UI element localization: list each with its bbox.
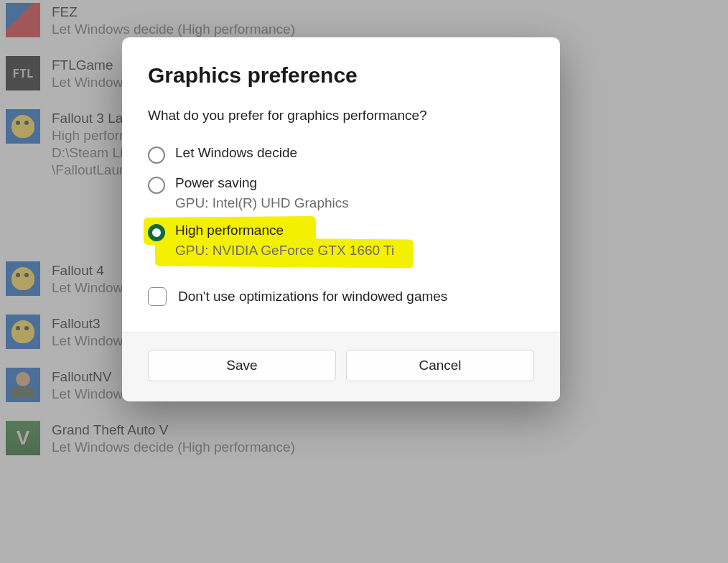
app-icon-fallout4 [6, 261, 40, 296]
app-icon-falloutnv [6, 368, 40, 402]
radio-high-performance[interactable]: High performance GPU: NVIDIA GeForce GTX… [148, 217, 531, 264]
cancel-button[interactable]: Cancel [346, 350, 534, 381]
graphics-preference-dialog: Graphics preference What do you prefer f… [122, 37, 560, 401]
radio-group: Let Windows decide Power saving GPU: Int… [148, 139, 531, 264]
app-name: FEZ [52, 4, 295, 20]
app-sub: Let Windows decide (High performance) [52, 439, 295, 455]
app-name: Grand Theft Auto V [52, 422, 295, 438]
app-icon-gta: V [6, 421, 40, 455]
radio-let-windows-decide[interactable]: Let Windows decide [148, 139, 531, 169]
checkbox-label: Don't use optimizations for windowed gam… [178, 289, 447, 304]
radio-label: Power saving [175, 175, 349, 191]
app-icon-fez [6, 3, 40, 37]
radio-icon [148, 146, 165, 164]
radio-power-saving[interactable]: Power saving GPU: Intel(R) UHD Graphics [148, 169, 531, 217]
radio-label: Let Windows decide [175, 145, 297, 161]
radio-icon-selected [148, 224, 165, 241]
app-icon-fallout3l [6, 109, 40, 144]
app-sub: Let Windows decide (High performance) [52, 22, 295, 37]
checkbox-icon [148, 287, 167, 306]
dialog-title: Graphics preference [148, 63, 531, 88]
radio-sublabel: GPU: Intel(R) UHD Graphics [175, 195, 349, 211]
app-icon-ftl: FTL [6, 56, 40, 90]
app-item-fez[interactable]: FEZ Let Windows decide (High performance… [0, 0, 728, 40]
radio-icon [148, 177, 165, 194]
radio-sublabel: GPU: NVIDIA GeForce GTX 1660 Ti [175, 243, 394, 259]
dialog-footer: Save Cancel [122, 332, 560, 401]
app-item-gta[interactable]: V Grand Theft Auto V Let Windows decide … [0, 418, 728, 458]
app-icon-fallout3 [6, 315, 40, 349]
checkbox-windowed-optimizations[interactable]: Don't use optimizations for windowed gam… [148, 287, 531, 306]
save-button[interactable]: Save [148, 350, 336, 381]
radio-label: High performance [175, 223, 394, 238]
dialog-question: What do you prefer for graphics performa… [148, 108, 531, 124]
